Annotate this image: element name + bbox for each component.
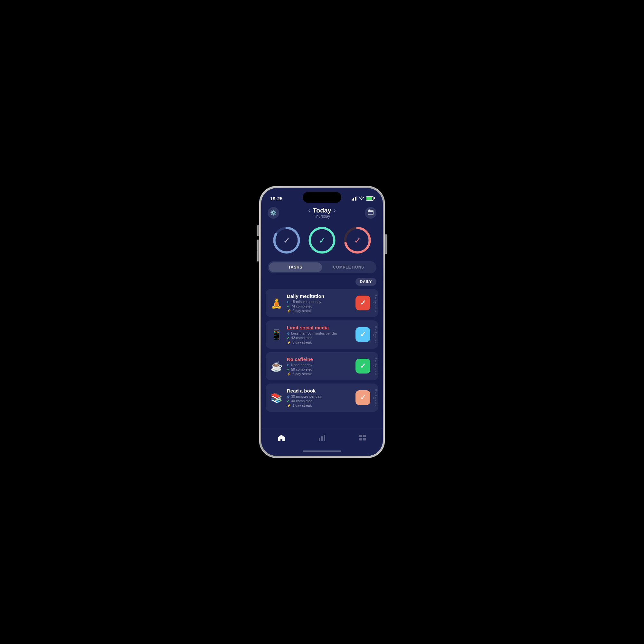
habit-check-button-social-media[interactable]: ✓ (355, 327, 370, 342)
calendar-button[interactable] (365, 207, 376, 219)
habit-meta-caffeine: ⊙ None per day ✔ 59 completed ⚡ 6 day st… (287, 363, 352, 376)
filter-row: DAILY (261, 278, 383, 289)
tab-completions[interactable]: COMPLETIONS (322, 262, 375, 272)
calendar-icon (367, 209, 374, 217)
filter-daily-button[interactable]: DAILY (355, 278, 376, 286)
habit-check-button-meditation[interactable]: ✓ (355, 296, 370, 310)
habit-list: 🧘 Daily meditation ⊙ 15 minutes per day … (261, 289, 383, 429)
habit-name-reading: Read a book (287, 388, 352, 393)
progress-circles: ✓ ✓ ✓ (261, 221, 383, 261)
habit-duration-3: None per day (291, 363, 312, 367)
habit-streak-2: 3 day streak (292, 340, 312, 344)
home-indicator (261, 446, 383, 456)
bottom-nav (261, 429, 383, 446)
habit-icon-caffeine: ☕ (270, 361, 283, 372)
status-time: 19:25 (270, 196, 282, 201)
habit-item-caffeine: ☕ No caffeine ⊙ None per day ✔ 59 comple… (266, 352, 378, 380)
checkmark-2: ✓ (318, 235, 326, 246)
habit-icon-social-media: 📱 (270, 329, 283, 340)
svg-rect-13 (359, 435, 362, 437)
check-symbol-3: ✓ (360, 362, 366, 370)
stats-icon (318, 434, 326, 443)
svg-rect-14 (363, 435, 366, 437)
habit-meta-reading: ⊙ 30 minutes per day ✔ 40 completed ⚡ 1 … (287, 394, 352, 407)
habit-name-meditation: Daily meditation (287, 293, 352, 299)
day-labels-2: MTWTFSS (375, 326, 377, 344)
check-icon-2: ✔ (287, 336, 289, 340)
habit-icon-reading: 📚 (270, 392, 283, 403)
svg-rect-16 (363, 438, 366, 440)
nav-stats[interactable] (312, 433, 332, 444)
next-arrow[interactable]: › (334, 207, 336, 214)
habit-streak-4: 1 day streak (292, 403, 312, 407)
check-symbol-2: ✓ (360, 330, 366, 339)
habit-completed-3: 59 completed (291, 367, 312, 371)
habit-completed-2: 42 completed (291, 336, 312, 340)
progress-circle-3: ✓ (343, 226, 372, 255)
habit-info-social-media: Limit social media ⊙ Less than 30 minute… (287, 325, 352, 344)
checkmark-1: ✓ (283, 235, 290, 246)
clock-icon-3: ⊙ (287, 363, 289, 367)
day-labels-4: MTWTFSS (375, 389, 377, 407)
svg-rect-12 (324, 435, 325, 441)
header: ⚙️ ‹ Today › Thursday (261, 204, 383, 221)
habit-check-button-caffeine[interactable]: ✓ (355, 359, 370, 374)
habit-info-meditation: Daily meditation ⊙ 15 minutes per day ✔ … (287, 293, 352, 313)
home-bar (303, 450, 341, 452)
phone-screen: 19:25 (261, 188, 383, 456)
prev-arrow[interactable]: ‹ (308, 207, 310, 214)
streak-icon-4: ⚡ (287, 404, 291, 407)
habit-arrow-1: › (373, 300, 374, 306)
nav-home[interactable] (271, 433, 292, 444)
status-icons (352, 196, 374, 201)
habit-name-social-media: Limit social media (287, 325, 352, 330)
habit-arrow-3: › (373, 364, 374, 369)
battery-icon (366, 196, 374, 201)
clock-icon-4: ⊙ (287, 395, 289, 398)
check-icon-1: ✔ (287, 305, 289, 308)
check-icon-3: ✔ (287, 368, 289, 371)
tabs: TASKS COMPLETIONS (268, 261, 376, 273)
streak-icon-3: ⚡ (287, 372, 291, 376)
clock-icon-2: ⊙ (287, 332, 289, 335)
habit-duration-4: 30 minutes per day (291, 394, 321, 398)
header-title: Today (313, 207, 331, 214)
habit-item-social-media: 📱 Limit social media ⊙ Less than 30 minu… (266, 320, 378, 349)
settings-button[interactable]: ⚙️ (268, 207, 279, 219)
habit-info-caffeine: No caffeine ⊙ None per day ✔ 59 complete… (287, 356, 352, 376)
habit-info-reading: Read a book ⊙ 30 minutes per day ✔ 40 co… (287, 388, 352, 407)
check-icon-4: ✔ (287, 399, 289, 403)
habit-duration-2: Less than 30 minutes per day (291, 331, 337, 335)
home-icon (278, 434, 285, 443)
svg-rect-10 (319, 438, 320, 441)
phone-frame: 19:25 (259, 186, 385, 458)
streak-icon-2: ⚡ (287, 341, 291, 344)
habit-meta-social-media: ⊙ Less than 30 minutes per day ✔ 42 comp… (287, 331, 352, 344)
habit-completed-1: 74 completed (291, 304, 312, 308)
habit-item-meditation: 🧘 Daily meditation ⊙ 15 minutes per day … (266, 289, 378, 317)
day-labels-3: MTWTFSS (375, 357, 377, 375)
progress-circle-1: ✓ (272, 226, 301, 255)
wifi-icon (359, 196, 364, 201)
clock-icon-1: ⊙ (287, 300, 289, 304)
svg-rect-11 (321, 436, 323, 441)
day-labels-1: MTWTFSS (375, 294, 377, 312)
tab-tasks[interactable]: TASKS (269, 262, 322, 272)
habit-arrow-2: › (373, 332, 374, 337)
streak-icon-1: ⚡ (287, 309, 291, 313)
habit-streak-1: 2 day streak (292, 309, 312, 313)
habit-completed-4: 40 completed (291, 399, 312, 403)
checkmark-3: ✓ (354, 235, 361, 246)
check-symbol-4: ✓ (360, 393, 366, 402)
header-center: ‹ Today › Thursday (308, 207, 336, 219)
habit-name-caffeine: No caffeine (287, 356, 352, 362)
nav-grid[interactable] (352, 433, 373, 444)
signal-icon (352, 196, 357, 201)
habit-check-button-reading[interactable]: ✓ (355, 390, 370, 405)
header-subtitle: Thursday (308, 214, 336, 219)
date-nav: ‹ Today › (308, 207, 336, 214)
gear-icon: ⚙️ (270, 210, 277, 216)
svg-rect-0 (368, 210, 373, 215)
habit-duration-1: 15 minutes per day (291, 300, 321, 304)
dynamic-island (303, 192, 341, 203)
